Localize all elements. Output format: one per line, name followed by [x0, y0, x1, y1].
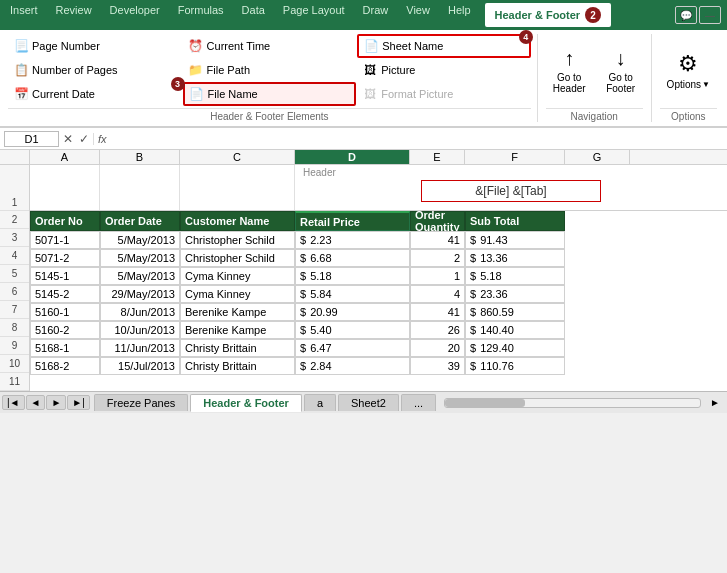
- cell-order-7[interactable]: 5168-1: [30, 339, 100, 357]
- confirm-formula-btn[interactable]: ✓: [77, 132, 91, 146]
- col-header-e[interactable]: E: [410, 150, 465, 164]
- row-num-6[interactable]: 6: [0, 283, 29, 301]
- tab-last-button[interactable]: ►|: [67, 395, 90, 410]
- header-formula-box[interactable]: &[File] &[Tab]: [421, 180, 601, 202]
- cell-order-3[interactable]: 5145-1: [30, 267, 100, 285]
- options-button[interactable]: ⚙ Options ▼: [660, 46, 717, 95]
- cell-name-2[interactable]: Christopher Schild: [180, 249, 295, 267]
- col-header-d[interactable]: D: [295, 150, 410, 164]
- cell-date-4[interactable]: 29/May/2013: [100, 285, 180, 303]
- cell-qty-7[interactable]: 20: [410, 339, 465, 357]
- col-header-b[interactable]: B: [100, 150, 180, 164]
- cell-subtotal-5[interactable]: $860.59: [465, 303, 565, 321]
- cell-price-7[interactable]: $6.47: [295, 339, 410, 357]
- menu-review[interactable]: Review: [52, 3, 96, 27]
- menu-insert[interactable]: Insert: [6, 3, 42, 27]
- cell-date-5[interactable]: 8/Jun/2013: [100, 303, 180, 321]
- cell-qty-5[interactable]: 41: [410, 303, 465, 321]
- menu-developer[interactable]: Developer: [106, 3, 164, 27]
- tab-header-footer-sheet[interactable]: Header & Footer: [190, 394, 302, 412]
- cell-date-7[interactable]: 11/Jun/2013: [100, 339, 180, 357]
- row-num-10[interactable]: 10: [0, 355, 29, 373]
- picture-button[interactable]: 🖼 Picture: [357, 59, 531, 81]
- cell-price-5[interactable]: $20.99: [295, 303, 410, 321]
- menu-formulas[interactable]: Formulas: [174, 3, 228, 27]
- col-header-a[interactable]: A: [30, 150, 100, 164]
- cell-date-3[interactable]: 5/May/2013: [100, 267, 180, 285]
- cell-qty-4[interactable]: 4: [410, 285, 465, 303]
- tab-freeze-panes[interactable]: Freeze Panes: [94, 394, 188, 411]
- col-header-f[interactable]: F: [465, 150, 565, 164]
- cell-name-6[interactable]: Berenike Kampe: [180, 321, 295, 339]
- cell-order-6[interactable]: 5160-2: [30, 321, 100, 339]
- menu-page-layout[interactable]: Page Layout: [279, 3, 349, 27]
- format-picture-button[interactable]: 🖼 Format Picture: [357, 82, 531, 106]
- tab-more[interactable]: ...: [401, 394, 436, 411]
- row-num-9[interactable]: 9: [0, 337, 29, 355]
- row-num-5[interactable]: 5: [0, 265, 29, 283]
- tab-header-footer[interactable]: Header & Footer 2: [485, 3, 612, 27]
- menu-help[interactable]: Help: [444, 3, 475, 27]
- cell-date-2[interactable]: 5/May/2013: [100, 249, 180, 267]
- menu-draw[interactable]: Draw: [359, 3, 393, 27]
- cell-name-3[interactable]: Cyma Kinney: [180, 267, 295, 285]
- row-num-2[interactable]: 2: [0, 211, 29, 229]
- tab-prev-button[interactable]: ◄: [26, 395, 46, 410]
- sheet-name-button[interactable]: 📄 Sheet Name 4: [357, 34, 531, 58]
- cell-name-4[interactable]: Cyma Kinney: [180, 285, 295, 303]
- cell-reference-input[interactable]: D1: [4, 131, 59, 147]
- cell-qty-6[interactable]: 26: [410, 321, 465, 339]
- cell-order-1[interactable]: 5071-1: [30, 231, 100, 249]
- cell-subtotal-3[interactable]: $5.18: [465, 267, 565, 285]
- cell-subtotal-1[interactable]: $91.43: [465, 231, 565, 249]
- cell-order-5[interactable]: 5160-1: [30, 303, 100, 321]
- tab-next-button[interactable]: ►: [46, 395, 66, 410]
- formula-input[interactable]: [113, 133, 723, 145]
- tab-a[interactable]: a: [304, 394, 336, 411]
- cell-name-1[interactable]: Christopher Schild: [180, 231, 295, 249]
- row-num-11[interactable]: 11: [0, 373, 29, 391]
- col-header-g[interactable]: G: [565, 150, 630, 164]
- col-header-c[interactable]: C: [180, 150, 295, 164]
- cell-subtotal-6[interactable]: $140.40: [465, 321, 565, 339]
- cell-qty-1[interactable]: 41: [410, 231, 465, 249]
- horizontal-scrollbar[interactable]: [444, 398, 701, 408]
- scrollbar-thumb[interactable]: [445, 399, 525, 407]
- cell-price-1[interactable]: $2.23: [295, 231, 410, 249]
- current-time-button[interactable]: ⏰ Current Time: [183, 34, 357, 58]
- minimize-button[interactable]: —: [699, 6, 721, 24]
- row-num-4[interactable]: 4: [0, 247, 29, 265]
- cell-a1[interactable]: [30, 165, 100, 210]
- cell-price-3[interactable]: $5.18: [295, 267, 410, 285]
- cell-c1[interactable]: [180, 165, 295, 210]
- row-num-8[interactable]: 8: [0, 319, 29, 337]
- row-num-7[interactable]: 7: [0, 301, 29, 319]
- tab-sheet2[interactable]: Sheet2: [338, 394, 399, 411]
- cell-subtotal-8[interactable]: $110.76 xeldens EXCEL EASY: [465, 357, 565, 375]
- cell-price-6[interactable]: $5.40: [295, 321, 410, 339]
- cell-name-8[interactable]: Christy Brittain: [180, 357, 295, 375]
- cell-price-2[interactable]: $6.68: [295, 249, 410, 267]
- scroll-right-button[interactable]: ►: [707, 396, 723, 409]
- row-num-3[interactable]: 3: [0, 229, 29, 247]
- number-of-pages-button[interactable]: 📋 Number of Pages: [8, 59, 182, 81]
- cell-order-2[interactable]: 5071-2: [30, 249, 100, 267]
- file-name-button[interactable]: 📄 File Name: [183, 82, 357, 106]
- cell-b1[interactable]: [100, 165, 180, 210]
- cancel-formula-btn[interactable]: ✕: [61, 132, 75, 146]
- tab-first-button[interactable]: |◄: [2, 395, 25, 410]
- cell-qty-2[interactable]: 2: [410, 249, 465, 267]
- cell-date-8[interactable]: 15/Jul/2013: [100, 357, 180, 375]
- cell-subtotal-4[interactable]: $23.36: [465, 285, 565, 303]
- cell-subtotal-2[interactable]: $13.36: [465, 249, 565, 267]
- cell-order-4[interactable]: 5145-2: [30, 285, 100, 303]
- cell-price-4[interactable]: $5.84: [295, 285, 410, 303]
- current-date-button[interactable]: 📅 Current Date 3: [8, 82, 182, 106]
- row-num-1[interactable]: 1: [0, 165, 29, 211]
- cell-order-8[interactable]: 5168-2: [30, 357, 100, 375]
- menu-view[interactable]: View: [402, 3, 434, 27]
- file-path-button[interactable]: 📁 File Path: [183, 59, 357, 81]
- cell-subtotal-7[interactable]: $129.40: [465, 339, 565, 357]
- cell-price-8[interactable]: $2.84: [295, 357, 410, 375]
- cell-qty-8[interactable]: 39: [410, 357, 465, 375]
